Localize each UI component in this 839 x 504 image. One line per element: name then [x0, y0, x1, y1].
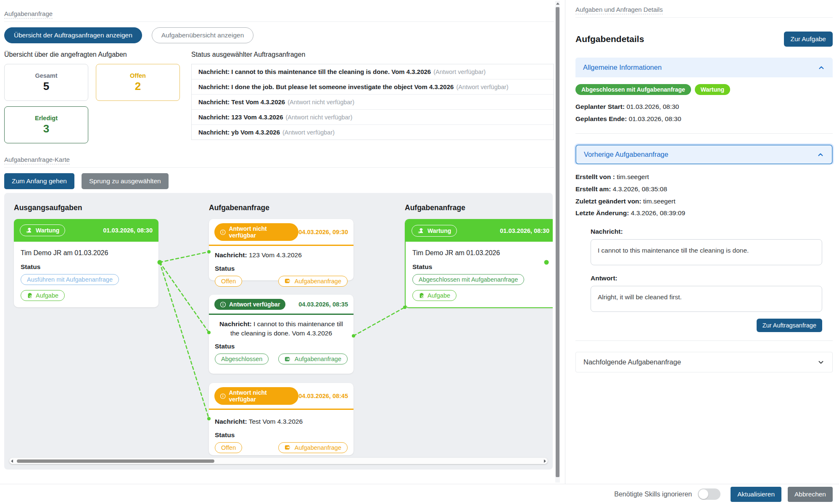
status-note: (Antwort verfügbar) — [433, 69, 485, 75]
overview-card-label: Offen — [130, 72, 146, 79]
task-datetime: 01.03.2026, 08:30 — [500, 227, 549, 234]
next-request-accordion-header[interactable]: Nachfolgende Aufgabenanfrage — [575, 352, 833, 372]
field-label: Geplanter Start: — [575, 103, 625, 110]
chevron-up-icon — [818, 64, 825, 71]
status-message-label: Nachricht: — [198, 68, 230, 75]
type-badge: Wartung — [695, 84, 730, 95]
status-message-text: yb Vom 4.3.2026 — [231, 129, 280, 136]
overview-card-label: Gesamt — [35, 72, 57, 79]
task-details-heading: Aufgabendetails — [575, 34, 644, 44]
to-task-button[interactable]: Zur Aufgabe — [784, 32, 833, 47]
task-request-card-3[interactable]: Antwort nicht verfügbar 04.03.2026, 08:4… — [209, 383, 354, 455]
status-pill: Abgeschlossen mit Aufgabenanfrage — [412, 274, 524, 285]
scroll-right-arrow[interactable] — [544, 459, 546, 463]
worker-icon — [26, 227, 33, 233]
request-arrow-icon — [285, 278, 292, 284]
type-pill-label: Wartung — [427, 227, 451, 234]
request-arrow-icon — [285, 445, 292, 450]
status-badge: Abgeschlossen mit Aufgabenanfrage — [575, 84, 691, 95]
horizontal-scrollbar[interactable] — [9, 458, 548, 464]
message-label: Nachricht: — [215, 251, 247, 259]
answer-textbox: Alright, it will be cleaned first. — [591, 286, 822, 312]
status-label: Status — [412, 263, 549, 271]
overview-card-open[interactable]: Offen 2 — [96, 64, 180, 101]
request-datetime: 04.03.2026, 09:30 — [298, 229, 348, 235]
answer-available-pill: Antwort verfügbar — [214, 299, 285, 310]
vertical-scrollbar-thumb[interactable] — [556, 7, 559, 477]
task-title: Tim Demo JR am 01.03.2026 — [412, 249, 549, 257]
field-label: Erstellt am: — [575, 185, 611, 193]
section-title: Aufgabenanfrage — [4, 10, 53, 18]
status-row[interactable]: Nachricht: yb Vom 4.3.2026(Antwort verfü… — [192, 125, 554, 140]
status-note: (Antwort nicht verfügbar) — [286, 114, 353, 121]
to-order-request-button[interactable]: Zur Auftragsanfrage — [757, 319, 822, 332]
answer-not-available-pill: Antwort nicht verfügbar — [214, 223, 298, 241]
map-section-header: Aufgabenanfrage-Karte — [4, 156, 554, 168]
message-textbox: I cannot to this maintenance till the cl… — [591, 239, 822, 265]
field-label: Zuletzt geändert von: — [575, 198, 641, 205]
column-title-task-requests: Aufgabenanfrage — [209, 203, 269, 212]
scroll-up-arrow[interactable] — [556, 3, 559, 5]
status-message-text: I done the job. But please let someone i… — [231, 83, 454, 90]
task-link-pill[interactable]: Aufgabe — [21, 290, 65, 301]
task-title: Tim Demo JR am 01.03.2026 — [21, 249, 152, 257]
toggle-knob — [699, 489, 708, 499]
status-message-label: Nachricht: — [198, 98, 230, 106]
update-button[interactable]: Aktualisieren — [731, 487, 781, 502]
previous-request-accordion: Vorherige Aufgabenanfrage Erstellt von :… — [575, 145, 833, 341]
scroll-left-arrow[interactable] — [11, 459, 13, 463]
status-message-label: Nachricht: — [198, 113, 230, 121]
task-map-canvas[interactable]: Ausgangsaufgaben Aufgabenanfrage Aufgabe… — [4, 193, 553, 470]
overview-card-label: Erledigt — [35, 115, 58, 121]
message-text: Test Vom 4.3.2026 — [249, 418, 303, 425]
page: Aufgabenanfrage Übersicht der Auftragsan… — [0, 0, 839, 504]
task-link-label: Aufgabe — [427, 292, 450, 299]
status-row[interactable]: Nachricht: I done the job. But please le… — [192, 79, 554, 95]
show-task-overview-toggle[interactable]: Aufgabenübersicht anzeigen — [152, 27, 253, 43]
status-label: Status — [215, 265, 348, 272]
ignore-skills-toggle[interactable] — [698, 488, 720, 500]
cancel-button[interactable]: Abbrechen — [788, 487, 833, 502]
status-row[interactable]: Nachricht: 123 Vom 4.3.2026(Antwort nich… — [192, 110, 554, 125]
go-to-start-button[interactable]: Zum Anfang gehen — [4, 173, 74, 189]
general-info-accordion-header[interactable]: Allgemeine Informationen — [575, 58, 833, 77]
overview-column: Übersicht über die angefragten Aufgaben … — [4, 51, 191, 143]
overview-card-total[interactable]: Gesamt 5 — [4, 64, 88, 101]
task-request-card-1[interactable]: Antwort nicht verfügbar 04.03.2026, 09:3… — [209, 219, 354, 280]
request-link-pill[interactable]: Aufgabenanfrage — [278, 442, 348, 453]
status-row[interactable]: Nachricht: I cannot to this maintenance … — [192, 64, 554, 79]
request-link-pill[interactable]: Aufgabenanfrage — [278, 276, 348, 287]
task-request-card-2[interactable]: Antwort verfügbar 04.03.2026, 08:35 Nach… — [209, 295, 354, 374]
request-link-label: Aufgabenanfrage — [295, 278, 341, 285]
accordion-title: Allgemeine Informationen — [583, 63, 662, 71]
horizontal-scrollbar-thumb[interactable] — [17, 459, 214, 463]
status-row[interactable]: Nachricht: Test Vom 4.3.2026(Antwort nic… — [192, 95, 554, 110]
field-label: Geplantes Ende: — [575, 115, 627, 122]
status-note: (Antwort verfügbar) — [282, 129, 335, 136]
request-datetime: 04.03.2026, 08:45 — [298, 393, 348, 399]
column-title-source-tasks: Ausgangsaufgaben — [14, 203, 82, 212]
task-link-pill[interactable]: Aufgabe — [412, 290, 456, 301]
status-pill: Abgeschlossen — [215, 354, 269, 364]
previous-request-accordion-header[interactable]: Vorherige Aufgabenanfrage — [575, 145, 833, 164]
status-label: Status — [21, 263, 152, 271]
task-icon — [27, 293, 33, 298]
vertical-scrollbar[interactable] — [555, 1, 560, 483]
chevron-down-icon — [817, 359, 825, 366]
overview-card-done[interactable]: Erledigt 3 — [4, 106, 88, 143]
source-task-card[interactable]: Wartung 01.03.2026, 08:30 Tim Demo JR am… — [14, 219, 158, 307]
status-pill: Offen — [215, 442, 242, 453]
message-label: Nachricht: — [215, 418, 247, 425]
message-label: Nachricht: — [591, 228, 822, 235]
jump-to-selected-button[interactable]: Sprung zu ausgewählten — [82, 173, 169, 189]
show-order-requests-toggle[interactable]: Übersicht der Auftragsanfragen anzeigen — [4, 27, 142, 43]
status-label: Status — [215, 343, 348, 350]
status-heading: Status ausgewählter Auftragsanfragen — [191, 51, 554, 58]
ignore-skills-label: Benötigte Skills ignorieren — [614, 491, 692, 498]
status-message-label: Nachricht: — [198, 129, 230, 136]
request-link-pill[interactable]: Aufgabenanfrage — [278, 354, 348, 364]
selected-task-request-card[interactable]: Wartung 01.03.2026, 08:30 Tim Demo JR am… — [405, 219, 553, 308]
worker-icon — [417, 228, 425, 234]
status-pill: Ausführen mit Aufgabenanfrage — [21, 274, 119, 285]
status-pill: Offen — [215, 276, 242, 287]
